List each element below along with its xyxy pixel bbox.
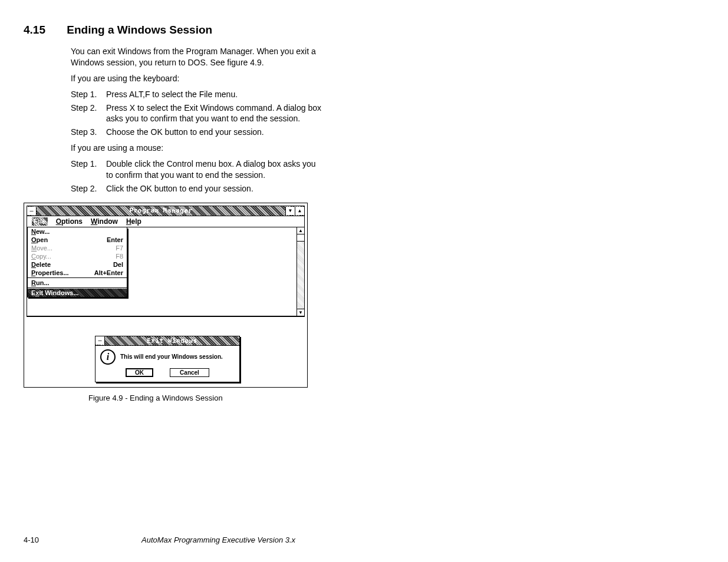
scroll-thumb[interactable] xyxy=(297,234,304,242)
dialog-control-menu-box[interactable]: — xyxy=(95,336,105,345)
pm-client-area: New... OpenEnter Move...F7 Copy...F8 Del… xyxy=(27,227,304,316)
dialog-titlebar: — Exit Windows xyxy=(95,336,239,346)
keyboard-label: If you are using the keyboard: xyxy=(71,73,324,84)
figure: — Program Manager ▼ ▲ File Options Windo… xyxy=(24,203,308,388)
menu-file[interactable]: File xyxy=(32,217,48,226)
menu-item-new[interactable]: New... xyxy=(28,227,127,236)
menu-options[interactable]: Options xyxy=(56,217,83,226)
keyboard-step: Step 3. Choose the OK button to end your… xyxy=(71,127,324,138)
menu-help[interactable]: Help xyxy=(126,217,141,226)
cancel-button[interactable]: Cancel xyxy=(170,368,209,377)
keyboard-step: Step 2. Press X to select the Exit Windo… xyxy=(71,103,324,125)
program-manager-window: — Program Manager ▼ ▲ File Options Windo… xyxy=(27,206,305,317)
menu-item-run[interactable]: Run... xyxy=(28,279,127,287)
scroll-down-icon[interactable]: ▼ xyxy=(297,309,304,316)
vertical-scrollbar[interactable]: ▲ ▼ xyxy=(297,227,304,316)
section-number: 4.15 xyxy=(24,24,64,37)
page-number: 4-10 xyxy=(24,535,141,544)
info-icon: i xyxy=(100,349,116,365)
page-footer: 4-10 AutoMax Programming Executive Versi… xyxy=(24,535,704,544)
dialog-title: Exit Windows xyxy=(105,337,239,345)
mouse-step: Step 1. Double click the Control menu bo… xyxy=(71,158,324,181)
control-menu-box[interactable]: — xyxy=(27,207,37,215)
pm-title: Program Manager xyxy=(37,207,285,214)
menu-item-open[interactable]: OpenEnter xyxy=(28,236,127,244)
menu-item-copy: Copy...F8 xyxy=(28,252,127,260)
mouse-label: If you are using a mouse: xyxy=(71,143,324,154)
file-menu-dropdown: New... OpenEnter Move...F7 Copy...F8 Del… xyxy=(27,227,127,297)
section-heading: 4.15 Ending a Windows Session xyxy=(24,24,704,37)
dialog-message: This will end your Windows session. xyxy=(120,353,223,360)
menu-item-move: Move...F7 xyxy=(28,244,127,252)
menu-window[interactable]: Window xyxy=(91,217,118,226)
mouse-step: Step 2. Click the OK button to end your … xyxy=(71,183,324,194)
menu-item-properties[interactable]: Properties...Alt+Enter xyxy=(28,269,127,277)
footer-title: AutoMax Programming Executive Version 3.… xyxy=(141,535,295,544)
intro-paragraph: You can exit Windows from the Program Ma… xyxy=(71,46,324,68)
maximize-button[interactable]: ▲ xyxy=(295,207,304,215)
pm-titlebar: — Program Manager ▼ ▲ xyxy=(27,206,304,216)
scroll-up-icon[interactable]: ▲ xyxy=(297,227,304,234)
section-title: Ending a Windows Session xyxy=(67,24,212,36)
menu-item-delete[interactable]: DeleteDel xyxy=(28,260,127,269)
keyboard-step: Step 1. Press ALT,F to select the File m… xyxy=(71,89,324,100)
menu-item-exit-windows[interactable]: Exit Windows... xyxy=(28,289,127,297)
ok-button[interactable]: OK xyxy=(126,368,153,377)
figure-caption: Figure 4.9 - Ending a Windows Session xyxy=(88,394,704,402)
menubar: File Options Window Help xyxy=(27,216,304,227)
exit-windows-dialog: — Exit Windows i This will end your Wind… xyxy=(95,336,240,382)
minimize-button[interactable]: ▼ xyxy=(285,207,295,215)
